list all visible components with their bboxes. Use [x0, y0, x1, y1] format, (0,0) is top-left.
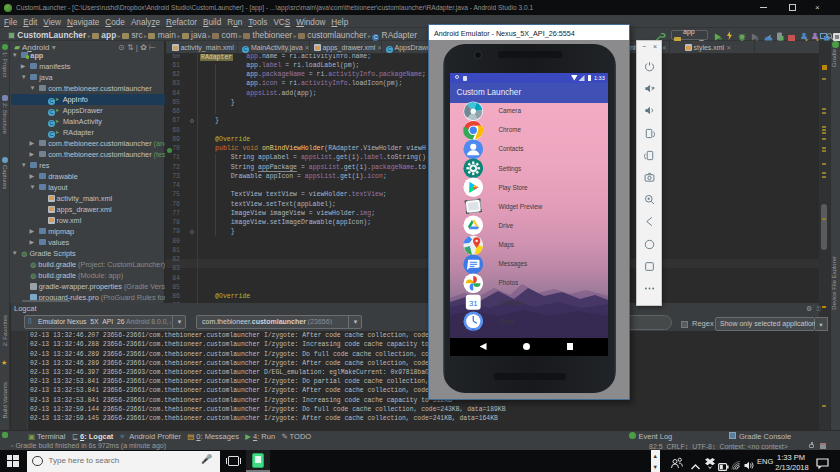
- svg-text:G: G: [466, 244, 470, 250]
- svg-text:31: 31: [469, 299, 478, 308]
